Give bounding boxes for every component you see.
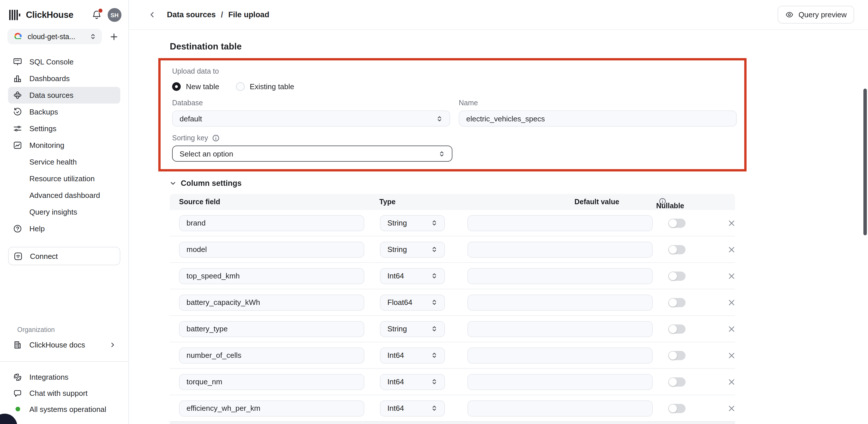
sidebar-item-help[interactable]: Help (8, 220, 120, 237)
remove-row-button[interactable] (728, 298, 735, 306)
default-value-input[interactable] (467, 268, 653, 284)
nullable-toggle[interactable] (668, 351, 685, 360)
sidebar: ClickHouse SH (0, 0, 129, 424)
gcp-cloud-icon (13, 33, 23, 40)
column-settings-toggle[interactable]: Column settings (170, 179, 868, 188)
sidebar-header: ClickHouse SH (0, 0, 128, 22)
default-value-input[interactable] (467, 400, 653, 416)
sorting-key-select[interactable]: Select an option (172, 145, 453, 162)
remove-row-button[interactable] (728, 219, 735, 227)
type-select[interactable]: String (380, 241, 445, 257)
default-value-input[interactable] (467, 215, 653, 231)
sidebar-item-label: Resource utilization (29, 174, 95, 183)
sidebar-item-system-status[interactable]: All systems operational (8, 401, 120, 417)
source-field-input[interactable] (179, 268, 364, 284)
sidebar-item-settings[interactable]: Settings (8, 120, 120, 137)
type-select[interactable]: String (380, 215, 445, 231)
sidebar-item-label: Data sources (29, 91, 73, 100)
radio-existing-table[interactable] (236, 82, 245, 91)
sql-console-icon (13, 57, 23, 67)
chevron-updown-icon (431, 299, 437, 305)
default-value-input[interactable] (467, 294, 653, 311)
sidebar-item-resource-utilization[interactable]: Resource utilization (8, 170, 120, 187)
table-name-input[interactable] (459, 110, 737, 127)
sidebar-item-backups[interactable]: Backups (8, 103, 120, 120)
notifications-button[interactable] (92, 10, 102, 20)
sidebar-nav: SQL Console Dashboards D (0, 44, 128, 237)
nullable-toggle[interactable] (668, 298, 685, 307)
column-header-nullable: Nullable (656, 198, 666, 205)
default-value-input[interactable] (467, 374, 653, 390)
workspace-selector[interactable]: cloud-get-sta... (7, 29, 102, 44)
default-value-input[interactable] (467, 347, 653, 363)
remove-row-button[interactable] (728, 404, 735, 412)
sidebar-item-service-health[interactable]: Service health (8, 154, 120, 170)
sidebar-item-clickhouse-docs[interactable]: ClickHouse docs (8, 336, 120, 353)
avatar[interactable]: SH (107, 8, 121, 22)
sidebar-item-query-insights[interactable]: Query insights (8, 204, 120, 220)
sidebar-item-sql-console[interactable]: SQL Console (8, 54, 120, 70)
type-select[interactable]: Int64 (380, 347, 445, 363)
source-field-input[interactable] (179, 347, 364, 363)
source-field-input[interactable] (179, 321, 364, 337)
nullable-toggle[interactable] (668, 403, 685, 413)
default-value-input[interactable] (467, 321, 653, 337)
breadcrumb-separator: / (221, 10, 223, 19)
sidebar-item-dashboards[interactable]: Dashboards (8, 70, 120, 87)
organization-icon (13, 340, 23, 350)
type-select[interactable]: Int64 (380, 268, 445, 284)
vertical-scrollbar-thumb[interactable] (863, 89, 867, 235)
sidebar-item-monitoring[interactable]: Monitoring (8, 137, 120, 154)
toggle-knob (669, 325, 677, 333)
toggle-knob (669, 378, 677, 386)
monitoring-icon (13, 140, 23, 150)
breadcrumb-data-sources[interactable]: Data sources (167, 10, 216, 19)
nullable-toggle[interactable] (668, 218, 685, 228)
nullable-toggle[interactable] (668, 245, 685, 254)
dashboards-icon (13, 74, 23, 84)
default-value-input[interactable] (467, 241, 653, 257)
source-field-input[interactable] (179, 241, 364, 257)
remove-row-button[interactable] (728, 351, 735, 359)
chevron-right-icon (110, 342, 116, 348)
sidebar-item-chat-with-support[interactable]: Chat with support (8, 385, 120, 401)
source-field-input[interactable] (179, 374, 364, 390)
add-service-button[interactable] (106, 29, 121, 44)
type-select[interactable]: String (380, 321, 445, 337)
clickhouse-logo-icon (9, 10, 21, 20)
type-select[interactable]: Float64 (380, 294, 445, 311)
database-select[interactable]: default (172, 110, 450, 127)
table-row: String (170, 236, 735, 263)
source-field-input[interactable] (179, 215, 364, 231)
nullable-toggle[interactable] (668, 271, 685, 281)
sidebar-item-integrations[interactable]: Integrations (8, 369, 120, 385)
close-icon (728, 299, 735, 306)
sidebar-item-label: Help (29, 224, 45, 233)
sorting-key-label-row: Sorting key (172, 134, 733, 142)
type-select[interactable]: Int64 (380, 374, 445, 390)
sidebar-item-data-sources[interactable]: Data sources (8, 87, 120, 103)
radio-new-table[interactable] (172, 82, 181, 91)
upload-target-radio-group: New table Existing table (172, 82, 733, 91)
remove-row-button[interactable] (728, 378, 735, 386)
connect-button[interactable]: Connect (8, 247, 120, 265)
sidebar-item-advanced-dashboard[interactable]: Advanced dashboard (8, 187, 120, 204)
nullable-toggle[interactable] (668, 324, 685, 333)
remove-row-button[interactable] (728, 246, 735, 253)
sidebar-footer: Integrations Chat with support All syste… (0, 362, 128, 424)
table-row: Int64 (170, 342, 735, 369)
remove-row-button[interactable] (728, 325, 735, 333)
sidebar-item-label: Monitoring (29, 141, 64, 150)
remove-row-button[interactable] (728, 272, 735, 280)
type-select[interactable]: Int64 (380, 400, 445, 416)
name-label: Name (459, 99, 737, 107)
query-preview-button[interactable]: Query preview (778, 6, 854, 24)
table-row: Int64 (170, 263, 735, 289)
source-field-input[interactable] (179, 400, 364, 416)
destination-table-form: Upload data to New table Existing table … (158, 58, 747, 171)
back-chevron-icon[interactable] (149, 11, 156, 19)
close-icon (728, 220, 735, 226)
brand-wordmark: ClickHouse (26, 10, 73, 20)
nullable-toggle[interactable] (668, 377, 685, 386)
source-field-input[interactable] (179, 294, 364, 311)
